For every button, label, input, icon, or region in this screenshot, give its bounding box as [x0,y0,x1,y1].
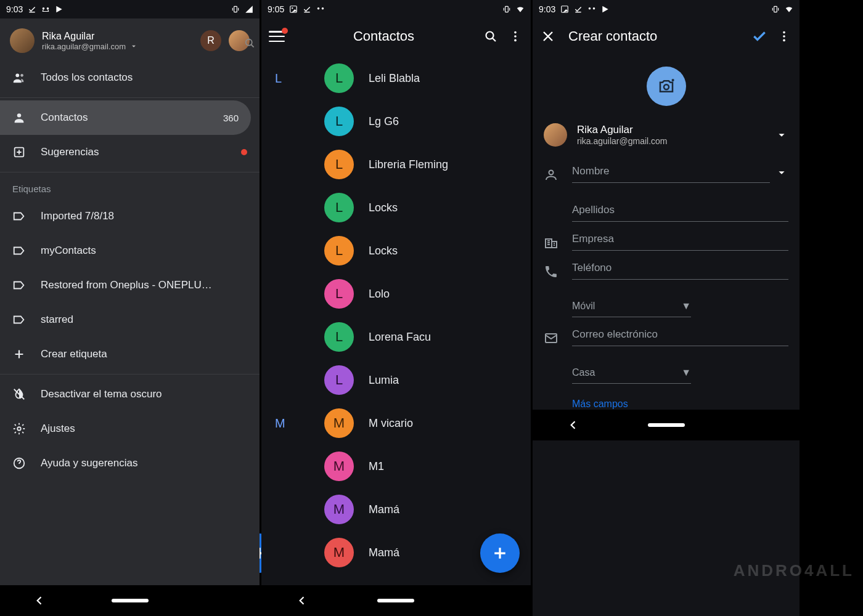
save-button[interactable] [751,28,767,44]
contact-row[interactable]: LLLeli Blabla [261,57,531,100]
svg-point-0 [43,7,45,10]
add-contact-fab[interactable] [480,533,520,573]
user-avatar [10,28,35,53]
gear-icon [12,422,26,436]
page-title: Crear contacto [568,28,743,44]
phone-field[interactable] [572,258,788,280]
help[interactable]: Ayuda y sugerencias [0,446,260,480]
play-icon [601,5,610,14]
labels-heading: Etiquetas [0,175,260,199]
svg-point-3 [15,73,19,77]
badge-dot [241,149,247,155]
section-letter: L [275,71,309,86]
user-name: Rika Aguilar [42,31,193,42]
lastname-field[interactable] [572,200,788,222]
home-pill[interactable] [648,423,685,427]
nav-suggestions[interactable]: Sugerencias [0,135,260,169]
home-pill[interactable] [112,599,149,602]
svg-point-17 [514,35,517,38]
create-label[interactable]: Crear etiqueta [0,337,260,371]
plus-icon [12,347,26,361]
label-item[interactable]: Imported 7/8/18 [0,199,260,233]
watermark: ANDRO4ALL [734,561,854,580]
contact-row[interactable]: LLumia [261,359,531,402]
secondary-account-avatar[interactable]: R [200,30,221,51]
status-bar: 9:05 [261,0,531,18]
suggestion-icon [12,145,26,159]
contacts-pane: 9:05 Contactos LLLeli BlablaLLg G6LLibre… [261,0,533,616]
contact-row[interactable]: LLibreria Fleming [261,143,531,186]
label-text: starred [41,314,73,326]
account-name: Rika Aguilar [577,124,667,136]
add-photo-button[interactable] [647,67,686,106]
email-icon [544,325,558,346]
account-header[interactable]: Rika Aguilar rika.aguilar@gmail.com R [0,18,260,60]
svg-point-23 [783,31,785,34]
avatar [544,123,567,147]
contact-row[interactable]: LLg G6 [261,100,531,143]
company-field[interactable] [572,229,788,251]
contact-avatar: L [324,322,354,352]
name-field[interactable] [572,161,770,183]
contact-list[interactable]: LLLeli BlablaLLg G6LLibreria FlemingLLoc… [261,54,531,585]
chevron-down-icon[interactable] [775,166,788,179]
invert-colors-icon [12,387,26,401]
section-letter: M [275,416,309,431]
account-email: rika.aguilar@gmail.com [577,136,667,146]
back-button[interactable] [567,419,579,431]
vibrate-icon [502,5,511,14]
home-pill[interactable] [377,599,414,602]
user-email: rika.aguilar@gmail.com [42,42,193,51]
back-button[interactable] [296,594,308,607]
overflow-button[interactable] [507,28,523,44]
contact-avatar: L [324,236,354,265]
settings[interactable]: Ajustes [0,411,260,446]
svg-point-12 [317,7,320,10]
svg-point-20 [589,7,591,10]
email-field[interactable] [572,325,788,346]
toggle-dark-theme[interactable]: Desactivar el tema oscuro [0,377,260,411]
status-time: 9:05 [268,4,284,14]
contact-avatar: L [324,279,354,309]
back-button[interactable] [33,594,46,607]
menu-button[interactable] [269,31,285,42]
contact-name: Lumia [369,374,399,387]
account-picker[interactable]: Rika Aguilar rika.aguilar@gmail.com [544,117,788,158]
more-fields-link[interactable]: Más campos [544,387,788,410]
contact-avatar: M [324,495,354,524]
email-type-select[interactable]: Casa ▼ [572,363,691,384]
person-icon [12,111,26,124]
nav-label: Crear etiqueta [41,348,107,360]
svg-point-24 [783,35,785,38]
label-text: Imported 7/8/18 [41,210,114,222]
contact-row[interactable]: MMM vicario [261,402,531,445]
phone-type-select[interactable]: Móvil ▼ [572,297,691,317]
contact-name: Leli Blabla [369,72,420,85]
contact-avatar: L [324,107,354,136]
nav-label: Sugerencias [41,146,99,158]
contact-row[interactable]: LLocks [261,186,531,229]
contact-row[interactable]: LLocks [261,229,531,272]
system-navbar [533,410,800,440]
drawer-pane: 9:03 Rika Aguilar rika.aguilar@g [0,0,261,616]
label-item[interactable]: myContacts [0,233,260,268]
contact-avatar: L [324,193,354,222]
contact-row[interactable]: LLorena Facu [261,315,531,359]
svg-rect-22 [774,6,777,12]
nav-all-contacts[interactable]: Todos los contactos [0,60,260,95]
create-contact-pane: 9:03 Crear contacto Rik [533,0,801,616]
contact-name: M vicario [369,417,413,430]
camera-add-icon [657,77,676,95]
create-form: Rika Aguilar rika.aguilar@gmail.com [533,112,800,410]
overflow-button[interactable] [776,28,792,44]
close-button[interactable] [540,28,556,44]
svg-point-27 [549,171,554,175]
search-button[interactable] [483,28,499,44]
nav-contacts[interactable]: Contactos 360 [0,100,251,135]
status-time: 9:03 [6,4,23,14]
contact-row[interactable]: MMamá [261,488,531,531]
label-item[interactable]: Restored from Oneplus - ONEPLUS... [0,268,260,302]
label-item[interactable]: starred [0,302,260,337]
contact-row[interactable]: LLolo [261,272,531,315]
contact-row[interactable]: MM1 [261,445,531,488]
